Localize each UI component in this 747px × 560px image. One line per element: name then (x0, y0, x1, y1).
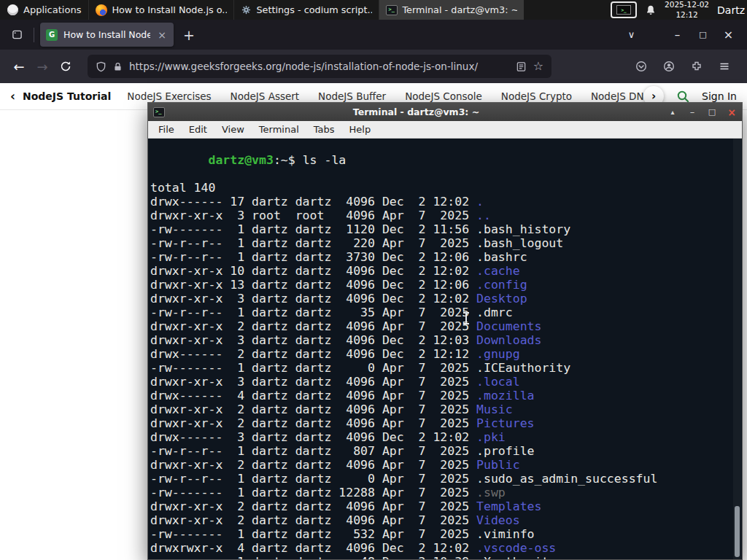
terminal-line: drwxr-xr-x 3 root root 4096 Apr 7 2025 .… (150, 209, 742, 222)
terminal-title-bar[interactable]: Terminal - dartz@vm3: ~ ▴ – □ × (148, 103, 742, 121)
command-text: ls -la (303, 153, 347, 167)
panel-user-label[interactable]: Dartz (717, 4, 745, 16)
extensions-icon[interactable] (686, 55, 708, 78)
firefox-view-icon (12, 29, 23, 40)
terminal-line: drwxr-xr-x 2 dartz dartz 4096 Apr 7 2025… (150, 319, 742, 333)
tab-separator (34, 28, 34, 42)
terminal-line: drwxr-xr-x 10 dartz dartz 4096 Dec 2 12:… (150, 264, 742, 278)
terminal-icon (153, 107, 165, 117)
desktop: Applications How to Install Node.js o...… (0, 0, 747, 560)
terminal-menu-terminal[interactable]: Terminal (253, 122, 305, 136)
terminal-line: drwx------ 3 dartz dartz 4096 Dec 2 12:0… (150, 430, 742, 444)
taskbar-button-firefox[interactable]: How to Install Node.js o... (88, 0, 233, 20)
site-nav-item[interactable]: NodeJS Assert (231, 90, 300, 102)
reload-button[interactable] (54, 55, 77, 78)
terminal-line: -rw-r--r-- 1 dartz dartz 220 Apr 7 2025 … (150, 236, 742, 250)
list-all-tabs-button[interactable]: ∨ (619, 25, 644, 45)
terminal-title: Terminal - dartz@vm3: ~ (171, 106, 662, 117)
applications-menu[interactable]: Applications (0, 0, 88, 20)
lock-icon[interactable] (113, 62, 123, 71)
pocket-icon[interactable] (630, 55, 652, 78)
top-panel: Applications How to Install Node.js o...… (0, 0, 747, 20)
sign-in-button[interactable]: Sign In (702, 90, 737, 102)
terminal-line: -rw------- 1 dartz dartz 1120 Dec 2 11:5… (150, 222, 742, 236)
terminal-line: drwxr-xr-x 2 dartz dartz 4096 Apr 7 2025… (150, 499, 742, 513)
new-tab-button[interactable]: + (178, 25, 200, 45)
browser-close-button[interactable]: × (716, 25, 741, 45)
terminal-menu-tabs[interactable]: Tabs (308, 122, 341, 136)
search-icon[interactable] (676, 90, 689, 103)
clock-date: 2025-12-02 (665, 0, 709, 9)
site-nav-item[interactable]: NodeJS Buffer (318, 90, 386, 102)
site-nav-item[interactable]: NodeJS Exercises (127, 90, 211, 102)
terminal-maximize-button[interactable]: □ (707, 107, 717, 117)
account-icon[interactable] (658, 55, 680, 78)
site-nav-item[interactable]: NodeJS Console (405, 90, 482, 102)
terminal-close-button[interactable]: × (727, 106, 737, 118)
terminal-total-line: total 140 (150, 181, 742, 195)
tab-title: How to Install Node.js on (63, 29, 150, 40)
taskbar-button-terminal[interactable]: Terminal - dartz@vm3: ~ (379, 0, 524, 20)
firefox-view-button[interactable] (6, 25, 28, 45)
forward-button[interactable]: → (31, 55, 54, 78)
terminal-line: drwxr-xr-x 3 dartz dartz 4096 Apr 7 2025… (150, 375, 742, 389)
back-button[interactable]: ← (7, 55, 31, 78)
terminal-line: drwxr-xr-x 2 dartz dartz 4096 Apr 7 2025… (150, 513, 742, 527)
terminal-output[interactable]: dartz@vm3:~$ ls -la total 140 drwx------… (148, 139, 742, 559)
terminal-line: -rw------- 1 dartz dartz 48 Dec 2 10:39 … (150, 555, 742, 559)
bookmark-star-icon[interactable]: ☆ (533, 61, 543, 72)
terminal-menu-view[interactable]: View (216, 122, 250, 136)
panel-clock[interactable]: 2025-12-02 12:12 (665, 0, 709, 19)
terminal-line: -rw------- 1 dartz dartz 0 Apr 7 2025 .I… (150, 361, 742, 375)
reader-view-icon[interactable] (516, 61, 527, 72)
terminal-line: drwxr-xr-x 2 dartz dartz 4096 Apr 7 2025… (150, 458, 742, 472)
terminal-line: -rw------- 1 dartz dartz 12288 Apr 7 202… (150, 486, 742, 499)
terminal-window: Terminal - dartz@vm3: ~ ▴ – □ × FileEdit… (147, 102, 743, 560)
tray-terminal-glyph (616, 5, 631, 15)
terminal-menu-edit[interactable]: Edit (183, 122, 213, 136)
terminal-line: -rw-r--r-- 1 dartz dartz 35 Apr 7 2025 .… (150, 306, 742, 319)
terminal-menubar: FileEditViewTerminalTabsHelp (148, 121, 742, 139)
browser-tab[interactable]: How to Install Node.js on × (40, 23, 174, 47)
tray-terminal-icon[interactable] (611, 1, 637, 18)
url-text[interactable]: https://www.geeksforgeeks.org/node-js/in… (129, 61, 509, 72)
terminal-menu-file[interactable]: File (152, 122, 180, 136)
prompt-user-host: dartz@vm3 (208, 153, 273, 167)
terminal-line: drwxr-xr-x 3 dartz dartz 4096 Dec 2 12:0… (150, 333, 742, 347)
taskbar-button-settings[interactable]: Settings - codium script... (233, 0, 379, 20)
toolbar-right-icons (630, 55, 740, 78)
terminal-line: -rw-r--r-- 1 dartz dartz 0 Apr 7 2025 .s… (150, 472, 742, 486)
terminal-minimize-button[interactable]: – (687, 106, 697, 117)
terminal-icon (386, 5, 398, 15)
taskbar-title: Settings - codium script... (256, 4, 372, 15)
terminal-window-controls: ▴ – □ × (667, 106, 737, 118)
terminal-line: drwxrwxr-x 4 dartz dartz 4096 Dec 2 12:0… (150, 541, 742, 555)
browser-minimize-button[interactable]: – (665, 25, 690, 45)
terminal-shade-button[interactable]: ▴ (667, 108, 678, 116)
terminal-line: -rw-r--r-- 1 dartz dartz 807 Apr 7 2025 … (150, 444, 742, 458)
site-nav-item[interactable]: NodeJS Crypto (501, 90, 572, 102)
terminal-line: -rw-r--r-- 1 dartz dartz 3730 Dec 2 12:0… (150, 250, 742, 264)
terminal-prompt-line: dartz@vm3:~$ ls -la (150, 139, 742, 181)
notification-bell-icon[interactable] (645, 4, 657, 16)
browser-tab-strip: How to Install Node.js on × + ∨ – □ × (0, 20, 747, 50)
tab-strip-right: ∨ – □ × (619, 25, 741, 45)
terminal-line: drwxr-xr-x 2 dartz dartz 4096 Apr 7 2025… (150, 402, 742, 416)
panel-status-area: 2025-12-02 12:12 Dartz (611, 0, 747, 20)
terminal-line: drwx------ 17 dartz dartz 4096 Dec 2 12:… (150, 195, 742, 209)
tracking-shield-icon[interactable] (96, 61, 107, 72)
browser-maximize-button[interactable]: □ (690, 25, 716, 45)
site-nav-active-item[interactable]: NodeJS Tutorial (23, 90, 111, 102)
firefox-icon (96, 4, 107, 16)
site-nav-back-chevron[interactable]: ‹ (10, 89, 15, 104)
terminal-menu-help[interactable]: Help (344, 122, 377, 136)
terminal-scrollbar[interactable] (733, 139, 741, 559)
site-nav-item[interactable]: NodeJS DNS (591, 90, 650, 102)
terminal-listing: drwx------ 17 dartz dartz 4096 Dec 2 12:… (150, 195, 742, 559)
tab-close-icon[interactable]: × (156, 29, 168, 41)
menu-hamburger-icon[interactable] (713, 55, 735, 78)
terminal-scrollbar-thumb[interactable] (735, 506, 740, 557)
site-nav-items: NodeJS ExercisesNodeJS AssertNodeJS Buff… (127, 90, 651, 102)
url-bar[interactable]: https://www.geeksforgeeks.org/node-js/in… (88, 55, 551, 78)
tab-favicon (46, 29, 58, 41)
